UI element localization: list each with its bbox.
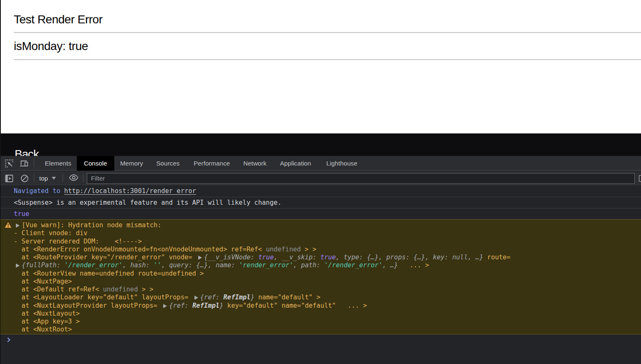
console-text-segment: , …}	[382, 261, 398, 269]
console-text-segment: at <NuxtLayout>	[14, 310, 80, 317]
device-toolbar-icon[interactable]	[20, 159, 28, 168]
tab-network[interactable]: Network	[243, 156, 267, 171]
status-text: isMonday: true	[14, 40, 88, 52]
console-text-segment: {ref:	[200, 294, 224, 301]
console-text-segment: at <NuxtLayoutProvider layoutProps=	[14, 302, 161, 309]
warning-line: at <Default ref=Ref< undefined > >	[0, 286, 641, 294]
console-text-segment: > >	[301, 246, 316, 253]
live-expression-eye-icon[interactable]	[69, 174, 77, 183]
tab-elements[interactable]: Elements	[45, 156, 71, 171]
console-text-segment: '/render_error'	[64, 261, 122, 269]
console-text-segment: }	[220, 302, 223, 309]
tab-sources[interactable]: Sources	[156, 156, 180, 171]
prompt-chevron-icon	[5, 337, 10, 342]
console-text-segment: }	[250, 294, 254, 301]
console-prompt[interactable]	[0, 334, 641, 347]
console-text-segment: true	[320, 254, 336, 261]
expand-triangle-icon[interactable]	[194, 296, 198, 300]
console-text-segment: route=	[483, 254, 510, 261]
console-text-segment: at <RenderError onVnodeUnmounted=fn<onVn…	[14, 246, 266, 253]
warning-line: at <RenderError onVnodeUnmounted=fn<onVn…	[0, 246, 641, 254]
console-text-segment: > >	[138, 286, 153, 293]
screen-edge	[0, 156, 1, 364]
javascript-context-selector[interactable]: top	[39, 171, 56, 185]
screen-edge	[0, 0, 1, 156]
console-text-segment: <Suspense> is an experimental feature an…	[14, 199, 281, 206]
console-text-segment: , type: {…}, props: {…}, key:	[336, 254, 452, 261]
separator	[34, 159, 34, 167]
divider	[14, 59, 641, 60]
console-message: true	[0, 208, 641, 219]
expand-triangle-icon[interactable]	[16, 223, 20, 228]
expand-triangle-icon[interactable]	[198, 256, 202, 260]
console-text-segment: ''	[154, 261, 162, 269]
console-message: <Suspense> is an experimental feature an…	[0, 197, 641, 208]
console-text-segment: {fullPath:	[22, 261, 64, 269]
tab-application[interactable]: Application	[280, 156, 311, 171]
tab-lighthouse[interactable]: Lighthouse	[326, 156, 357, 171]
separator	[83, 174, 83, 182]
separator	[34, 174, 34, 182]
tab-performance[interactable]: Performance	[194, 156, 230, 171]
warning-line: {fullPath: '/render_error', hash: '', qu…	[0, 261, 641, 269]
console-text-segment: ... >	[398, 261, 429, 269]
tab-console[interactable]: Console	[77, 156, 114, 171]
console-text-segment: , …}	[468, 254, 483, 261]
warning-line: [Vue warn]: Hydration node mismatch:	[0, 221, 641, 229]
context-label: top	[39, 175, 48, 182]
filter-input[interactable]	[87, 173, 634, 183]
console-message: Navigated to http://localhost:3001/rende…	[0, 186, 641, 197]
console-text-segment: at <RouteProvider key="/render_error" vn…	[14, 254, 196, 261]
expand-triangle-icon[interactable]	[163, 304, 167, 308]
separator	[63, 174, 63, 182]
console-text-segment: at <RouterView name=undefined route=unde…	[14, 270, 204, 277]
console-toolbar: top	[0, 171, 641, 186]
console-sidebar-icon[interactable]	[5, 174, 13, 183]
devtools-panel: ElementsConsoleMemorySourcesPerformanceN…	[0, 156, 641, 364]
warning-line: at <NuxtLayoutProvider layoutProps= {ref…	[0, 302, 641, 310]
chevron-down-icon	[52, 177, 56, 180]
console-text-segment: Navigated to	[14, 187, 64, 195]
console-text-segment: at <NuxtPage>	[14, 278, 72, 285]
console-messages: Navigated to http://localhost:3001/rende…	[0, 186, 641, 364]
console-text-segment: , __v_skip:	[274, 254, 320, 261]
console-text-segment: at <LayoutLoader key="default" layoutPro…	[14, 294, 192, 301]
console-text-segment: '/render_error'	[324, 261, 382, 269]
tab-memory[interactable]: Memory	[120, 156, 143, 171]
devtools-tabbar: ElementsConsoleMemorySourcesPerformanceN…	[0, 156, 641, 171]
warning-line: at <NuxtRoot>	[0, 326, 641, 334]
back-button[interactable]: Back	[15, 148, 38, 156]
console-text-segment: true	[14, 210, 29, 218]
console-text-segment: RefImpl	[223, 294, 250, 301]
divider	[14, 32, 641, 33]
warning-line: - Server rendered DOM: <!---->	[0, 238, 641, 246]
console-text-segment: true	[258, 254, 274, 261]
console-text-segment: at <App key=3 >	[14, 318, 80, 325]
console-text-segment: [Vue warn]: Hydration node mismatch:	[22, 221, 162, 229]
settings-icon[interactable]	[639, 175, 641, 182]
warning-line: at <NuxtPage>	[0, 278, 641, 286]
console-text-segment: at <NuxtRoot>	[14, 326, 72, 333]
console-text-segment: null	[452, 254, 468, 261]
warning-line: at <RouterView name=undefined route=unde…	[0, 270, 641, 278]
clear-console-icon[interactable]	[20, 174, 29, 183]
console-text-segment: undefined	[266, 246, 301, 253]
expand-triangle-icon[interactable]	[16, 264, 20, 268]
console-text-segment: {ref:	[169, 302, 192, 309]
web-page: Test Render Error isMonday: true	[0, 0, 641, 133]
console-filter	[87, 173, 635, 184]
warning-line: at <NuxtLayout>	[0, 310, 641, 318]
warning-line: - Client vnode: div	[0, 229, 641, 237]
console-text-segment: undefined	[103, 286, 138, 293]
console-text-segment: name="default" >	[255, 294, 320, 301]
console-text-segment: {__v_isVNode:	[204, 254, 258, 261]
console-text-segment: key="default" name="default" ... >	[223, 302, 367, 309]
console-text-segment: , hash:	[123, 261, 154, 269]
console-text-segment: RefImpl	[192, 302, 220, 309]
warning-line: at <LayoutLoader key="default" layoutPro…	[0, 294, 641, 301]
warning-line: at <RouteProvider key="/render_error" vn…	[0, 254, 641, 261]
console-text-segment: , path:	[293, 261, 324, 269]
console-text-segment: 'render_error'	[239, 261, 293, 269]
inspect-element-icon[interactable]	[5, 159, 13, 168]
console-text-segment: at <Default ref=Ref<	[14, 286, 103, 293]
